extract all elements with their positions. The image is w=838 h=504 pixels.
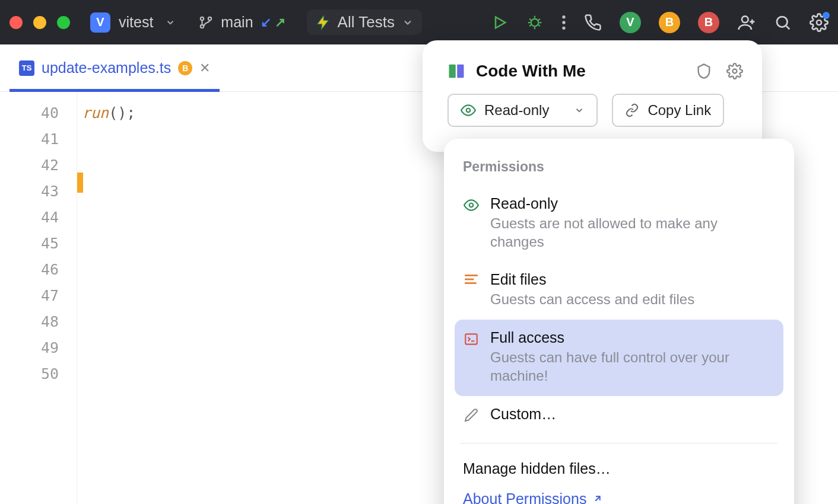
- run-config-name: All Tests: [338, 13, 395, 31]
- svg-point-1: [208, 17, 211, 20]
- line-number: 47: [0, 283, 59, 309]
- avatar-2[interactable]: B: [659, 12, 680, 33]
- chevron-down-icon: [574, 105, 585, 116]
- edit-lines-icon: [463, 271, 480, 285]
- svg-point-2: [201, 24, 204, 27]
- maximize-window-icon[interactable]: [57, 16, 70, 29]
- avatar-3[interactable]: B: [698, 12, 719, 33]
- tab-title: update-examples.ts: [42, 59, 171, 76]
- more-actions-icon[interactable]: [561, 14, 566, 31]
- permission-title: Read-only: [490, 195, 775, 212]
- tab-update-examples[interactable]: TS update-examples.ts B ✕: [9, 44, 220, 91]
- permission-desc: Guests are not allowed to make any chang…: [490, 215, 775, 251]
- permission-title: Custom…: [490, 406, 775, 423]
- avatar-1[interactable]: V: [620, 12, 641, 33]
- call-icon[interactable]: [584, 14, 602, 31]
- branch-name: main: [221, 14, 253, 31]
- about-permissions-link[interactable]: About Permissions: [455, 484, 783, 504]
- bookmark-badge-icon: B: [178, 61, 192, 75]
- svg-point-0: [201, 17, 204, 20]
- svg-rect-11: [449, 65, 456, 78]
- link-icon: [625, 103, 639, 117]
- branch-icon: [198, 15, 214, 30]
- permission-title: Edit files: [490, 271, 775, 288]
- copy-link-label: Copy Link: [647, 102, 711, 119]
- popup-controls: Read-only Copy Link: [423, 94, 762, 138]
- chevron-down-icon: [402, 17, 414, 28]
- popup-title: Code With Me: [476, 62, 685, 81]
- close-tab-icon[interactable]: ✕: [199, 60, 210, 76]
- gutter-marker-icon[interactable]: [77, 173, 83, 193]
- add-user-icon[interactable]: [737, 13, 756, 32]
- external-link-icon: [592, 493, 603, 504]
- titlebar-right-group: V B B: [491, 12, 829, 33]
- code-token: ();: [109, 104, 135, 122]
- vcs-branch-widget[interactable]: main ↙ ↗: [198, 14, 285, 31]
- code-token: run: [82, 104, 109, 122]
- window-controls: [9, 16, 70, 29]
- run-config-selector[interactable]: All Tests: [307, 9, 422, 35]
- svg-point-8: [742, 16, 748, 23]
- shield-icon[interactable]: [696, 63, 712, 79]
- permission-desc: Guests can access and edit files: [490, 291, 775, 309]
- svg-point-9: [777, 17, 788, 27]
- line-number: 43: [0, 178, 59, 205]
- line-number: 41: [0, 126, 59, 152]
- line-number: 40: [0, 100, 59, 126]
- chevron-down-icon[interactable]: [165, 17, 176, 28]
- popup-header: Code With Me: [423, 57, 762, 94]
- search-icon[interactable]: [774, 14, 792, 31]
- project-badge[interactable]: V: [90, 12, 110, 33]
- line-number: 45: [0, 231, 59, 257]
- code-with-me-icon: [447, 62, 465, 80]
- permissions-dropdown: Permissions Read-only Guests are not all…: [444, 139, 794, 504]
- manage-hidden-files[interactable]: Manage hidden files…: [455, 453, 783, 484]
- minimize-window-icon[interactable]: [33, 16, 46, 29]
- notification-dot-icon: [823, 12, 830, 19]
- line-gutter: 40 41 42 43 44 45 46 47 48 49 50: [0, 92, 77, 504]
- close-window-icon[interactable]: [9, 16, 23, 29]
- svg-point-4: [531, 18, 539, 26]
- permission-full-access[interactable]: Full access Guests can have full control…: [455, 320, 783, 395]
- eye-icon: [461, 103, 476, 118]
- code-with-me-popup: Code With Me Read-only Copy Link: [423, 40, 762, 152]
- svg-marker-3: [496, 17, 505, 28]
- svg-rect-12: [457, 65, 464, 78]
- permission-edit-files[interactable]: Edit files Guests can access and edit fi…: [455, 261, 783, 320]
- line-number: 42: [0, 152, 59, 178]
- link-label: About Permissions: [463, 490, 586, 504]
- settings-icon[interactable]: [810, 13, 829, 32]
- lightning-icon: [315, 15, 331, 30]
- pencil-icon: [463, 406, 480, 422]
- permission-read-only[interactable]: Read-only Guests are not allowed to make…: [455, 186, 783, 261]
- line-number: 48: [0, 309, 59, 335]
- gear-icon[interactable]: [726, 63, 743, 79]
- svg-point-7: [562, 26, 565, 29]
- svg-point-5: [562, 15, 565, 18]
- divider: [461, 443, 777, 444]
- eye-icon: [463, 195, 480, 213]
- run-button[interactable]: [491, 14, 508, 31]
- outgoing-changes-icon: ↗: [275, 15, 285, 30]
- permission-mode-dropdown[interactable]: Read-only: [447, 94, 598, 127]
- line-number: 46: [0, 257, 59, 283]
- debug-button[interactable]: [526, 14, 544, 31]
- terminal-icon: [463, 329, 480, 347]
- project-name[interactable]: vitest: [119, 14, 153, 31]
- line-number: 44: [0, 205, 59, 231]
- permission-desc: Guests can have full control over your m…: [490, 349, 775, 385]
- svg-point-13: [733, 69, 737, 74]
- svg-rect-19: [465, 334, 477, 344]
- svg-point-15: [469, 203, 474, 208]
- permission-custom[interactable]: Custom…: [455, 396, 783, 433]
- typescript-file-icon: TS: [19, 60, 34, 76]
- svg-point-10: [817, 20, 821, 25]
- dropdown-heading: Permissions: [455, 154, 783, 186]
- permission-title: Full access: [490, 329, 775, 346]
- titlebar: V vitest main ↙ ↗ All Tests V: [0, 0, 838, 44]
- copy-link-button[interactable]: Copy Link: [612, 94, 724, 127]
- line-number: 50: [0, 361, 59, 387]
- svg-point-14: [466, 109, 471, 113]
- line-number: 49: [0, 335, 59, 361]
- permission-mode-label: Read-only: [484, 102, 549, 119]
